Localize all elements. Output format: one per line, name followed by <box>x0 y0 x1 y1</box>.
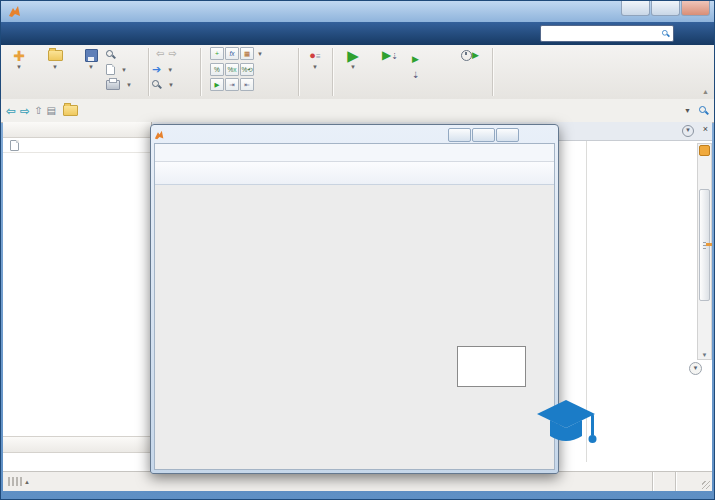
advance-button[interactable]: ⇣ <box>412 69 423 82</box>
run-icon: ▶ <box>347 48 359 63</box>
find-files-button[interactable] <box>106 48 119 61</box>
breakpoints-caret-icon: ▼ <box>312 64 318 70</box>
new-script-button[interactable]: ✚ ▼ <box>2 47 36 87</box>
print-caret-icon: ▼ <box>126 82 132 88</box>
search-input[interactable] <box>541 29 661 39</box>
uncomment-icon: %x <box>225 63 239 76</box>
open-button[interactable]: ▼ <box>38 47 72 87</box>
figure-title-bar[interactable] <box>154 127 555 143</box>
run-time-play-icon: ▶ <box>472 48 479 63</box>
print-icon <box>106 80 120 90</box>
group-divider <box>298 48 299 96</box>
group-divider <box>148 48 149 96</box>
group-divider <box>492 48 493 96</box>
new-caret-icon: ▼ <box>16 64 22 70</box>
group-divider <box>200 48 201 96</box>
run-caret-icon: ▼ <box>350 64 356 70</box>
current-folder-panel <box>3 122 152 472</box>
find-files-icon <box>106 50 116 60</box>
editor-tab-menu-icon[interactable]: ▼ <box>682 125 694 137</box>
run-time-icon <box>461 50 472 61</box>
find-icon <box>152 80 162 90</box>
editor-scrollbar[interactable]: ▲ ▼ <box>697 143 712 360</box>
figure-menu-bar <box>155 144 554 162</box>
up-folder-icon[interactable]: ⇧ <box>34 105 42 116</box>
watermark <box>535 394 713 476</box>
details-header[interactable] <box>3 436 151 453</box>
function-nav-icon[interactable]: ▼ <box>689 362 702 375</box>
insert-chart-icon: ▦ <box>240 47 254 60</box>
figure-close-button[interactable] <box>496 128 519 142</box>
figure-toolbar <box>155 162 554 185</box>
figure-client-area <box>154 143 555 470</box>
figure-maximize-button[interactable] <box>472 128 495 142</box>
find-button[interactable]: ▼ <box>152 78 174 91</box>
open-caret-icon: ▼ <box>52 64 58 70</box>
resize-grip-icon[interactable] <box>702 481 710 489</box>
advance-icon: ⇣ <box>412 68 420 83</box>
ribbon-tab-row <box>0 22 715 45</box>
scroll-down-icon[interactable]: ▼ <box>699 352 710 358</box>
run-advance-button[interactable]: ▶⇣ <box>372 47 408 87</box>
figure-logo-icon <box>154 130 165 140</box>
statusbar-caret-icon[interactable]: ▲ <box>24 479 30 485</box>
figure-window[interactable] <box>150 124 559 474</box>
back-arrow-icon[interactable]: ⇦ <box>6 104 16 118</box>
forward-arrow-icon[interactable]: ⇨ <box>20 104 30 118</box>
graduation-cap-icon <box>535 394 597 466</box>
statusbar-grip-icon[interactable] <box>8 477 22 486</box>
goto-button[interactable]: ➔ ▼ <box>152 63 173 76</box>
ribbon-editor: ✚ ▼ ▼ ▼ ▼ ▼ ⇦ ⇨ ➔ ▼ ▼ <box>0 45 715 100</box>
address-bar: ⇦ ⇨ ⇧ ▤ ▼ <box>0 99 715 123</box>
insert-caret-icon: ▼ <box>257 51 263 57</box>
save-icon <box>85 49 98 62</box>
breakpoints-button[interactable]: ●≡ ▼ <box>300 47 330 87</box>
browse-folder-icon[interactable]: ▤ <box>47 105 56 116</box>
smart-indent-icon: ▶ <box>210 78 224 91</box>
figure-canvas <box>155 185 554 469</box>
insert-section-icon: ＋ <box>210 47 224 60</box>
code-analyzer-marker[interactable] <box>706 243 712 246</box>
compare-caret-icon: ▼ <box>121 67 127 73</box>
run-advance-icon: ▶⇣ <box>382 48 398 64</box>
print-button[interactable]: ▼ <box>106 78 132 91</box>
group-divider <box>332 48 333 96</box>
save-button[interactable]: ▼ <box>74 47 108 87</box>
insert-function-icon: fx <box>225 47 239 60</box>
breakpoints-icon: ●≡ <box>309 50 320 62</box>
address-dropdown-icon[interactable]: ▼ <box>684 107 691 114</box>
open-icon <box>48 50 63 61</box>
file-column-icon <box>10 140 19 151</box>
run-section-button[interactable]: ▶ <box>412 53 422 66</box>
maximize-button[interactable] <box>651 0 680 16</box>
run-time-button[interactable]: ▶ <box>452 47 488 87</box>
minimize-button[interactable] <box>621 0 650 16</box>
search-icon[interactable] <box>662 30 670 38</box>
new-icon: ✚ <box>13 49 25 63</box>
current-folder-header[interactable] <box>3 122 151 138</box>
code-analyzer-indicator[interactable] <box>699 145 710 156</box>
indent-row[interactable]: ▶ ⇥ ⇤ <box>206 78 255 91</box>
comment-icon: % <box>210 63 224 76</box>
compare-button[interactable]: ▼ <box>106 63 127 76</box>
editor-tab-close-icon[interactable]: × <box>703 124 708 134</box>
nav-back-forward[interactable]: ⇦ ⇨ <box>156 47 177 60</box>
find-caret-icon: ▼ <box>168 82 174 88</box>
main-title-bar <box>0 0 715 22</box>
comment-row[interactable]: % %x %⟲ <box>206 63 255 76</box>
plot-legend[interactable] <box>457 346 526 387</box>
name-column-header[interactable] <box>3 138 151 153</box>
run-button[interactable]: ▶ ▼ <box>336 47 370 87</box>
address-search-icon[interactable] <box>699 106 709 116</box>
goto-caret-icon: ▼ <box>167 67 173 73</box>
insert-row[interactable]: ＋ fx ▦ ▼ <box>206 47 263 60</box>
figure-minimize-button[interactable] <box>448 128 471 142</box>
close-button[interactable] <box>681 0 710 16</box>
forward-icon: ⇨ <box>168 48 176 59</box>
figure-window-controls <box>447 128 519 142</box>
collapse-ribbon-icon[interactable]: ▲ <box>702 88 709 95</box>
save-caret-icon: ▼ <box>88 64 94 70</box>
indent-left-icon: ⇤ <box>240 78 254 91</box>
current-folder-icon <box>63 105 78 116</box>
plot-axes[interactable] <box>155 185 556 470</box>
